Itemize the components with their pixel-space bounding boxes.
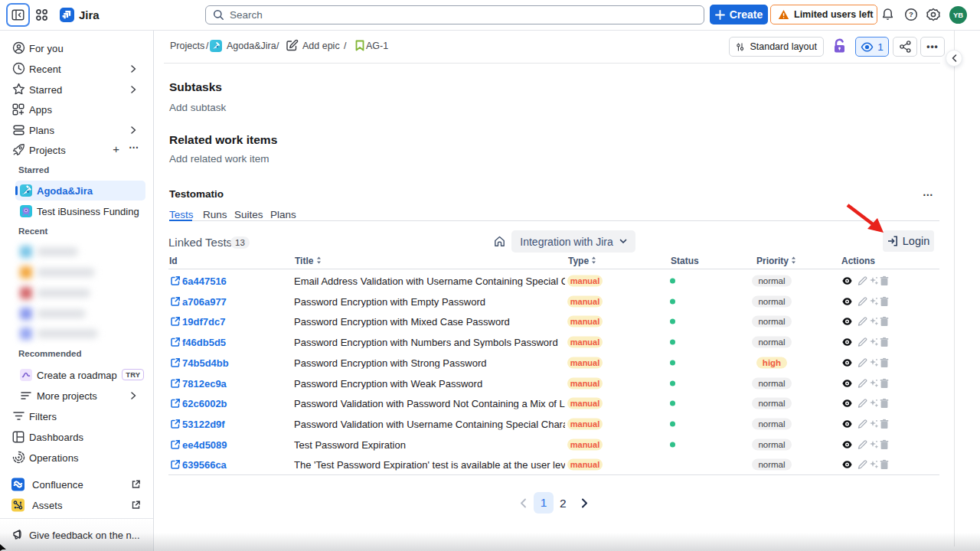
svg-text:?: ? (909, 10, 913, 18)
